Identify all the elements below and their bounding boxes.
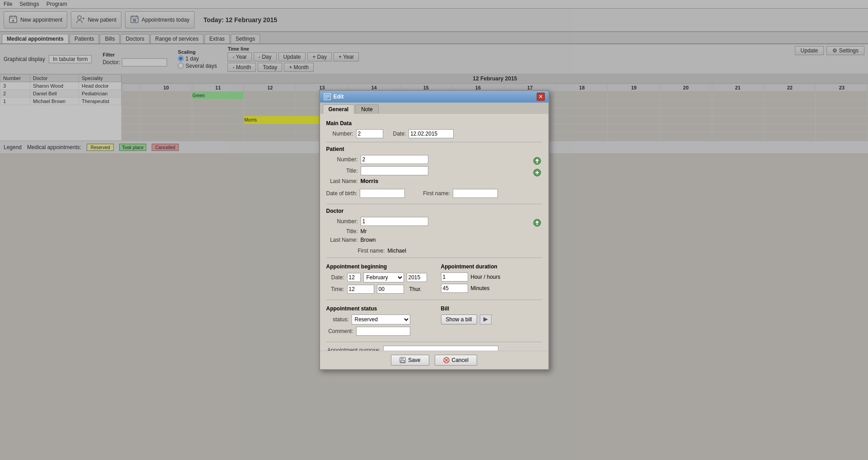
main-data-row: Number: Date: xyxy=(326,129,542,138)
modal-tab-note[interactable]: Note xyxy=(355,104,378,114)
modal-titlebar: Edit ✕ xyxy=(320,91,548,103)
edit-modal: Edit ✕ General Note Main Data Number: Da… xyxy=(319,90,549,153)
main-date-input[interactable] xyxy=(408,129,454,138)
modal-title: Edit xyxy=(324,93,344,100)
number-label: Number: xyxy=(326,131,353,137)
main-number-input[interactable] xyxy=(356,129,383,138)
modal-overlay: Edit ✕ General Note Main Data Number: Da… xyxy=(0,0,868,153)
edit-icon xyxy=(324,93,331,100)
modal-tabs: General Note xyxy=(320,103,548,114)
date-label: Date: xyxy=(393,131,406,137)
patient-title: Patient xyxy=(326,146,542,152)
modal-close-button[interactable]: ✕ xyxy=(537,93,545,101)
modal-content: Main Data Number: Date: Patient Number: … xyxy=(320,114,548,153)
modal-tab-general[interactable]: General xyxy=(323,104,355,114)
main-data-title: Main Data xyxy=(326,120,542,127)
